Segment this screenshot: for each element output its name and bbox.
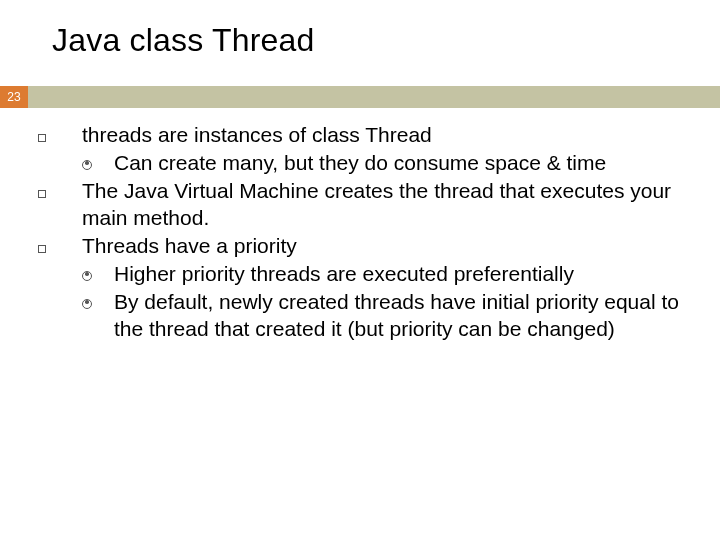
list-item-text: By default, newly created threads have i… [114, 289, 684, 343]
list-item-text: Threads have a priority [82, 233, 684, 260]
list-item-text: threads are instances of class Thread [82, 122, 684, 149]
circle-dot-bullet-icon [82, 150, 114, 177]
circle-dot-bullet-icon [82, 289, 114, 343]
list-item: Threads have a priority [36, 233, 684, 260]
list-item: Can create many, but they do consume spa… [82, 150, 684, 177]
list-item: threads are instances of class Thread [36, 122, 684, 149]
square-bullet-icon [36, 122, 82, 149]
list-item-text: Can create many, but they do consume spa… [114, 150, 684, 177]
list-item: By default, newly created threads have i… [82, 289, 684, 343]
header-bar-fill [28, 86, 720, 108]
slide: Java class Thread 23 threads are instanc… [0, 0, 720, 540]
list-item: The Java Virtual Machine creates the thr… [36, 178, 684, 232]
page-number: 23 [0, 86, 28, 108]
circle-dot-bullet-icon [82, 261, 114, 288]
list-item: Higher priority threads are executed pre… [82, 261, 684, 288]
square-bullet-icon [36, 178, 82, 232]
list-item-text: Higher priority threads are executed pre… [114, 261, 684, 288]
list-item-text: The Java Virtual Machine creates the thr… [82, 178, 684, 232]
header-bar: 23 [0, 86, 720, 108]
slide-body: threads are instances of class Thread Ca… [36, 122, 684, 344]
square-bullet-icon [36, 233, 82, 260]
slide-title: Java class Thread [52, 22, 315, 59]
